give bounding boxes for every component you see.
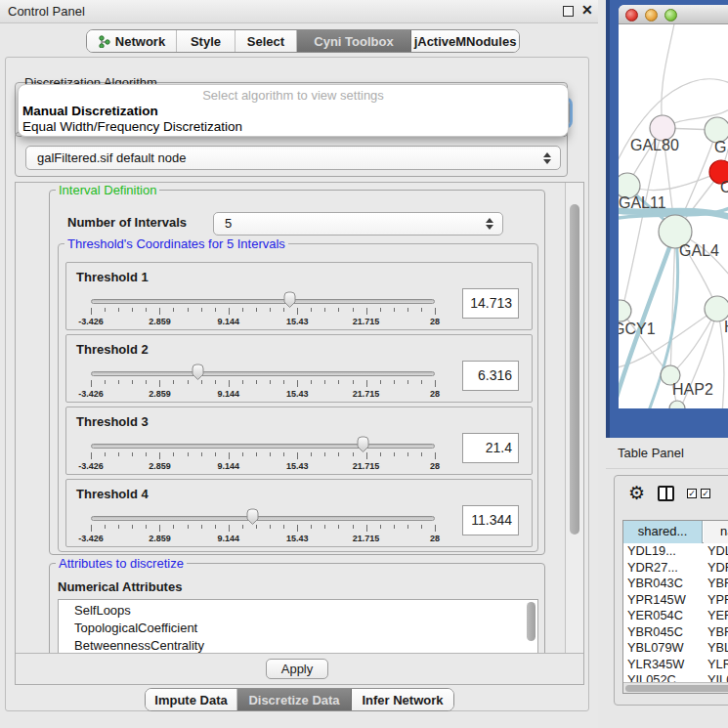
slider-tick <box>270 452 271 456</box>
table-data-combobox[interactable]: galFiltered.sif default node <box>25 146 561 170</box>
scrollbar-thumb[interactable] <box>570 204 579 535</box>
table-row[interactable]: YER054CYER0... <box>623 608 728 624</box>
cell-shared-name[interactable]: YBL079W <box>627 640 684 655</box>
scrollbar-thumb[interactable] <box>625 685 728 692</box>
stepper-icon <box>485 217 493 231</box>
column-header-name[interactable]: na... <box>704 521 728 543</box>
float-window-icon[interactable] <box>563 6 574 17</box>
close-icon[interactable]: ✕ <box>581 2 593 18</box>
scrollbar-thumb[interactable] <box>527 602 535 641</box>
slider-tick-label: 21.715 <box>353 317 380 326</box>
table-row[interactable]: YBL079WYBL0... <box>623 640 728 657</box>
slider-thumb[interactable] <box>281 290 298 309</box>
table-row[interactable]: YPR145WYPR1... <box>623 592 728 609</box>
tab-impute-data[interactable]: Impute Data <box>146 689 237 710</box>
tab-label: Select <box>247 34 284 49</box>
cell-name[interactable]: YDL1... <box>707 543 728 558</box>
slider-tick <box>283 525 284 529</box>
table-row[interactable]: YBR043CYBR0... <box>623 576 728 592</box>
slider-tick <box>256 452 257 456</box>
cell-name[interactable]: YBL0... <box>707 640 728 655</box>
threshold-value-field[interactable]: 11.344 <box>462 505 519 535</box>
threshold-value-field[interactable]: 14.713 <box>462 288 519 319</box>
slider-thumb[interactable] <box>355 435 371 453</box>
slider-tick <box>270 380 271 384</box>
slider-tick <box>242 525 243 529</box>
cell-name[interactable]: YER0... <box>707 608 728 622</box>
cell-shared-name[interactable]: YDL19... <box>627 543 676 558</box>
table-data-group: Table Data galFiltered.sif default node <box>15 132 568 177</box>
slider-tick <box>270 308 271 312</box>
tab-infer-network[interactable]: Infer Network <box>352 689 453 710</box>
threshold-label: Threshold 1 <box>76 270 149 284</box>
zoom-traffic-light-icon[interactable] <box>664 9 677 21</box>
num-intervals-value: 5 <box>225 216 232 231</box>
tab-jactivemnodules[interactable]: jActiveMNodules <box>411 30 519 52</box>
slider-tick <box>201 525 202 529</box>
threshold-value-field[interactable]: 6.316 <box>462 361 519 391</box>
slider-tick <box>256 308 257 312</box>
tab-style[interactable]: Style <box>177 30 236 52</box>
dropdown-option-equal-width[interactable]: Equal Width/Frequency Discretization <box>22 119 242 134</box>
cell-shared-name[interactable]: YER054C <box>627 608 683 622</box>
network-edge <box>619 309 717 368</box>
slider-tick-label: 2.859 <box>149 317 171 326</box>
slider-track[interactable] <box>91 444 435 449</box>
minimize-traffic-light-icon[interactable] <box>645 9 658 21</box>
close-traffic-light-icon[interactable] <box>625 9 638 21</box>
network-node-label: GAL80 <box>630 137 679 153</box>
columns-icon[interactable] <box>658 486 674 501</box>
network-canvas[interactable]: GAL80GCGAL11GAL4GCY1HHAP2 <box>619 24 728 408</box>
slider-thumb[interactable] <box>190 363 206 381</box>
cell-name[interactable]: YBR0... <box>707 624 728 639</box>
dropdown-option-manual[interactable]: Manual Discretization <box>22 104 158 118</box>
apply-button[interactable]: Apply <box>266 659 328 679</box>
cell-name[interactable]: YDR2... <box>707 560 728 575</box>
network-node-label: HAP2 <box>672 381 713 398</box>
table-row[interactable]: YLR345WYLR3... <box>623 657 728 673</box>
network-node[interactable] <box>619 300 631 321</box>
cell-name[interactable]: YBR0... <box>707 576 728 590</box>
column-header-shared-name[interactable]: shared... <box>623 521 703 543</box>
cell-shared-name[interactable]: YDR27... <box>627 560 678 575</box>
slider-track[interactable] <box>91 371 435 376</box>
settings-scrollbar[interactable] <box>565 183 583 655</box>
slider-tick <box>215 380 216 384</box>
network-window: GAL80GCGAL11GAL4GCY1HHAP2 <box>619 5 728 408</box>
slider-tick <box>366 525 367 532</box>
attribute-list-item[interactable]: SelfLoops <box>59 602 537 620</box>
slider-tick <box>338 525 339 529</box>
tab-network[interactable]: Network <box>87 30 177 52</box>
slider-tick-label: 15.43 <box>286 317 309 326</box>
table-rows: YDL19...YDL1...YDR27...YDR2...YBR043CYBR… <box>623 543 728 683</box>
slider-track[interactable] <box>91 299 435 304</box>
slider-ticks <box>91 525 435 533</box>
checkbox-icon[interactable]: ✓ <box>701 489 710 498</box>
num-intervals-combobox[interactable]: 5 <box>213 212 503 236</box>
slider-tick <box>407 380 408 384</box>
cell-name[interactable]: YPR1... <box>707 592 728 607</box>
attributes-scrollbar[interactable] <box>526 602 536 655</box>
table-row[interactable]: YBR045CYBR0... <box>623 624 728 641</box>
cell-name[interactable]: YLR3... <box>707 657 728 671</box>
gear-icon[interactable]: ⚙ <box>628 482 645 504</box>
slider-tick <box>283 452 284 456</box>
slider-tick <box>132 380 133 384</box>
cell-shared-name[interactable]: YPR145W <box>627 592 686 607</box>
tab-label: Impute Data <box>154 693 227 707</box>
tab-cyni-toolbox[interactable]: Cyni Toolbox <box>297 30 411 52</box>
threshold-label: Threshold 3 <box>76 414 149 429</box>
threshold-value-field[interactable]: 21.4 <box>462 433 519 463</box>
tab-select[interactable]: Select <box>236 30 297 52</box>
cell-shared-name[interactable]: YLR345W <box>627 657 684 671</box>
slider-track[interactable] <box>91 516 435 521</box>
table-row[interactable]: YDL19...YDL1... <box>623 543 728 560</box>
table-row[interactable]: YDR27...YDR2... <box>623 560 728 577</box>
table-hscrollbar[interactable] <box>623 682 728 693</box>
slider-thumb[interactable] <box>244 507 261 526</box>
cell-shared-name[interactable]: YBR043C <box>627 576 683 590</box>
attribute-list-item[interactable]: TopologicalCoefficient <box>59 620 537 637</box>
checkbox-icon[interactable]: ✓ <box>687 489 697 498</box>
tab-discretize-data[interactable]: Discretize Data <box>237 689 352 710</box>
cell-shared-name[interactable]: YBR045C <box>627 624 683 639</box>
